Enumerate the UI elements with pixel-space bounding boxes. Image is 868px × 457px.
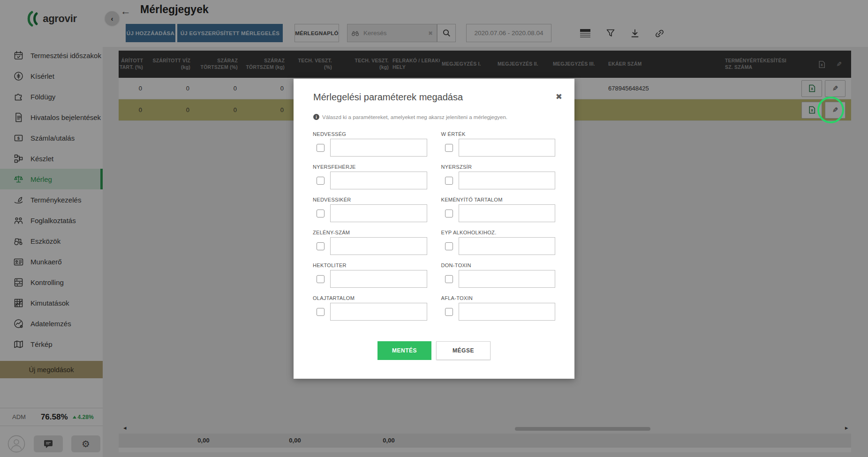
field-label: NEDVESSÉG [313, 131, 427, 137]
modal-title: Mérlegelési paraméterek megadása [294, 79, 574, 103]
olajtartalom-input[interactable] [330, 303, 427, 321]
afla-toxin-checkbox[interactable] [445, 308, 453, 316]
field-olajtartalom: OLAJTARTALOM [313, 295, 427, 321]
cancel-button[interactable]: MÉGSE [436, 341, 491, 360]
w-ertek-checkbox[interactable] [445, 144, 453, 152]
close-icon[interactable]: ✖ [556, 92, 562, 102]
field-label: EYP ALKOHOLKIHOZ. [441, 230, 556, 235]
eyp-checkbox[interactable] [445, 242, 453, 250]
field-label: AFLA-TOXIN [441, 295, 556, 301]
field-zeleny-szam: ZELÉNY-SZÁM [313, 230, 427, 255]
field-label: OLAJTARTALOM [313, 295, 427, 301]
weighing-parameters-modal: ✖ Mérlegelési paraméterek megadása Válas… [294, 79, 574, 379]
info-icon [313, 114, 319, 120]
nyersfeherje-input[interactable] [330, 172, 427, 189]
w-ertek-input[interactable] [459, 139, 556, 157]
field-label: NYERSZSÍR [441, 164, 556, 170]
olajtartalom-checkbox[interactable] [317, 308, 325, 316]
field-kemenyito-tartalom: KEMÉNYÍTŐ TARTALOM [441, 197, 556, 222]
field-afla-toxin: AFLA-TOXIN [441, 295, 556, 321]
hektoliter-checkbox[interactable] [317, 275, 325, 283]
nyerszsir-input[interactable] [459, 172, 556, 189]
field-label: W ÉRTÉK [441, 131, 556, 137]
field-w-ertek: W ÉRTÉK [441, 131, 556, 157]
zeleny-checkbox[interactable] [317, 242, 325, 250]
eyp-input[interactable] [459, 237, 556, 255]
kemenyito-input[interactable] [459, 204, 556, 222]
field-label: DON-TOXIN [441, 262, 556, 268]
field-nedvessiker: NEDVESSIKÉR [313, 197, 427, 222]
nedvessiker-input[interactable] [330, 204, 427, 222]
hektoliter-input[interactable] [330, 270, 427, 288]
nyerszsir-checkbox[interactable] [445, 177, 453, 185]
kemenyito-checkbox[interactable] [445, 210, 453, 217]
nedvesseg-input[interactable] [330, 139, 427, 157]
nedvesseg-checkbox[interactable] [317, 144, 325, 152]
field-label: NEDVESSIKÉR [313, 197, 427, 202]
modal-info-text: Válaszd ki a paramétereket, amelyeket me… [322, 114, 507, 120]
field-eyp-alkoholkihoz: EYP ALKOHOLKIHOZ. [441, 230, 556, 255]
field-don-toxin: DON-TOXIN [441, 262, 556, 288]
afla-toxin-input[interactable] [459, 303, 556, 321]
save-button[interactable]: MENTÉS [377, 341, 431, 360]
don-toxin-checkbox[interactable] [445, 275, 453, 283]
field-label: HEKTOLITER [313, 262, 427, 268]
nedvessiker-checkbox[interactable] [317, 210, 325, 217]
field-nedvesseg: NEDVESSÉG [313, 131, 427, 157]
app-window: agrovir Termesztési időszakok Kísérlet F… [0, 0, 868, 457]
field-label: KEMÉNYÍTŐ TARTALOM [441, 197, 556, 202]
field-nyersfeherje: NYERSFEHÉRJE [313, 164, 427, 189]
zeleny-input[interactable] [330, 237, 427, 255]
modal-actions: MENTÉS MÉGSE [294, 341, 574, 360]
nyersfeherje-checkbox[interactable] [317, 177, 325, 185]
field-label: NYERSFEHÉRJE [313, 164, 427, 170]
parameters-form: NEDVESSÉG W ÉRTÉK NYERSFEHÉRJE NYERSZSÍR… [294, 131, 574, 328]
modal-info: Válaszd ki a paramétereket, amelyeket me… [313, 114, 555, 120]
field-label: ZELÉNY-SZÁM [313, 230, 427, 235]
field-hektoliter: HEKTOLITER [313, 262, 427, 288]
field-nyerszsir: NYERSZSÍR [441, 164, 556, 189]
don-toxin-input[interactable] [459, 270, 556, 288]
